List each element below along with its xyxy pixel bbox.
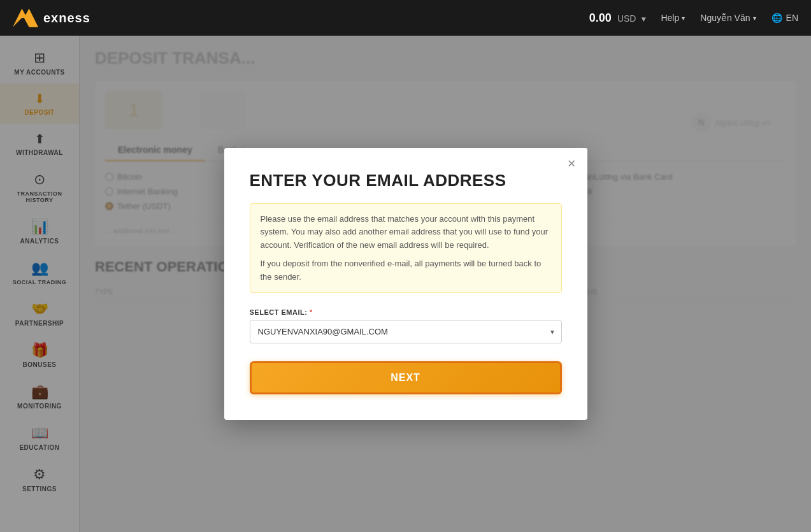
modal-close-button[interactable]: ×: [568, 157, 576, 171]
logo-icon: [13, 8, 38, 28]
currency-chevron-icon[interactable]: ▾: [642, 15, 645, 24]
modal-title: ENTER YOUR EMAIL ADDRESS: [250, 171, 562, 191]
logo: exness: [13, 8, 90, 28]
globe-icon: 🌐: [772, 13, 782, 23]
header-right: 0.00 USD ▾ Help ▾ Nguyễn Văn ▾ 🌐 EN: [589, 11, 798, 25]
user-chevron-icon: ▾: [753, 15, 756, 22]
header: exness 0.00 USD ▾ Help ▾ Nguyễn Văn ▾ 🌐 …: [0, 0, 811, 36]
modal-overlay: × ENTER YOUR EMAIL ADDRESS Please use th…: [0, 36, 811, 532]
help-chevron-icon: ▾: [682, 15, 685, 22]
help-button[interactable]: Help ▾: [661, 13, 685, 23]
email-select-wrapper: NGUYENVANXIA90@GMAIL.COM ▾: [250, 320, 562, 343]
user-menu-button[interactable]: Nguyễn Văn ▾: [700, 13, 756, 23]
language-button[interactable]: 🌐 EN: [772, 13, 798, 23]
header-balance: 0.00 USD ▾: [589, 11, 646, 25]
email-select[interactable]: NGUYENVANXIA90@GMAIL.COM: [250, 320, 562, 343]
modal-notice: Please use the email address that matche…: [250, 203, 562, 294]
logo-text: exness: [43, 11, 90, 25]
email-modal: × ENTER YOUR EMAIL ADDRESS Please use th…: [224, 148, 587, 421]
modal-notice-line2: If you deposit from the nonverified e-ma…: [261, 257, 551, 284]
required-indicator: *: [310, 308, 313, 316]
svg-marker-1: [24, 9, 38, 27]
next-button[interactable]: NEXT: [250, 361, 562, 394]
modal-notice-line1: Please use the email address that matche…: [261, 213, 551, 252]
email-select-label: SELECT EMAIL: *: [250, 308, 562, 316]
